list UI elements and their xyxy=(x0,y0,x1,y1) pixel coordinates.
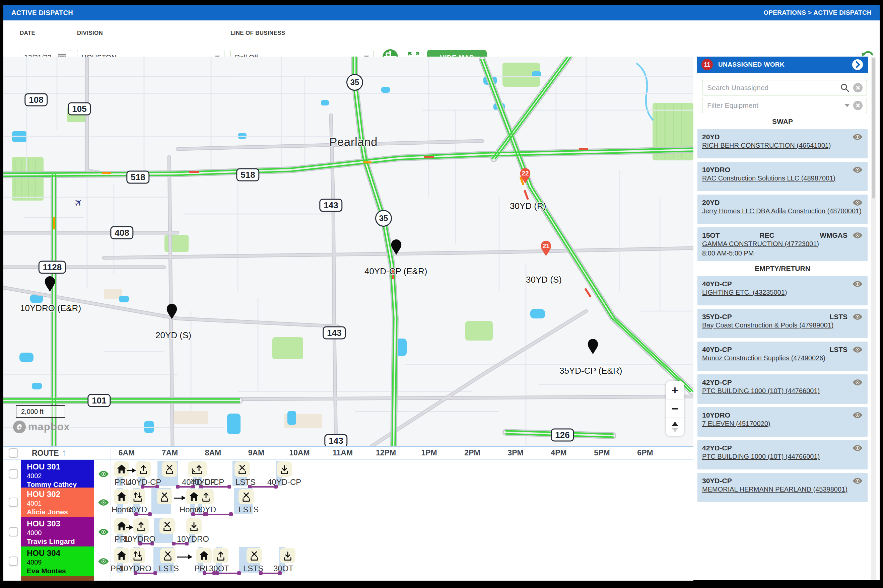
search-icon[interactable] xyxy=(840,83,850,93)
customer-link[interactable]: MEMORIAL HERMANN PEARLAND (45398001) xyxy=(702,486,847,493)
eye-icon[interactable] xyxy=(852,280,863,288)
stop-updown-icon[interactable] xyxy=(130,489,146,504)
dispatch-map[interactable]: ✈ Pearland108105518518353514340811281431… xyxy=(3,57,694,446)
eye-icon[interactable] xyxy=(852,444,863,452)
unassigned-work-card[interactable]: 10YDRO7 ELEVEN (45170020) xyxy=(697,407,868,436)
eye-icon[interactable] xyxy=(852,199,863,206)
eye-icon[interactable] xyxy=(852,166,863,174)
route-color-block[interactable]: HOU 3034000Travis Lingard xyxy=(21,517,94,546)
route-visibility-eye-icon[interactable] xyxy=(98,499,109,506)
route-checkbox[interactable] xyxy=(9,556,18,566)
unassigned-work-card[interactable]: 40YD-CPLIGHTING ETC. (43235001) xyxy=(697,276,868,305)
eye-icon[interactable] xyxy=(852,411,863,419)
route-column-header[interactable]: ROUTE xyxy=(32,449,59,458)
customer-link[interactable]: Munoz Construction Supplies (47490026) xyxy=(702,354,825,362)
time-axis-label: 1PM xyxy=(421,448,437,458)
unassigned-work-card[interactable]: 20YDJerry Homes LLC DBA Adila Constructi… xyxy=(697,195,868,224)
filter-equipment-field[interactable] xyxy=(702,98,867,113)
route-color-block[interactable]: HOU 3024001Alicia Jones xyxy=(21,488,94,517)
clear-search-icon[interactable] xyxy=(853,83,863,92)
route-color-block[interactable]: HOU 3044009Eva Montes xyxy=(21,546,94,576)
customer-link[interactable]: 7 ELEVEN (45170020) xyxy=(702,420,770,427)
sidebar-scrollbar[interactable] xyxy=(871,57,876,580)
stop-updown-icon[interactable] xyxy=(130,548,146,563)
select-all-checkbox[interactable] xyxy=(9,448,18,458)
date-label: DATE xyxy=(20,30,35,36)
unassigned-work-card[interactable]: 42YD-CPPTC BUILDING 1000 (10T) (44766001… xyxy=(697,374,868,404)
stop-up-icon[interactable] xyxy=(136,461,151,477)
unassigned-work-header[interactable]: 11 UNASSIGNED WORK xyxy=(697,57,868,73)
zoom-out-button[interactable]: − xyxy=(666,399,684,418)
unassigned-work-card[interactable]: 30YD-CPMEMORIAL HERMANN PEARLAND (453980… xyxy=(697,473,868,502)
route-visibility-eye-icon[interactable] xyxy=(98,528,109,536)
eye-icon[interactable] xyxy=(852,232,863,239)
route-checkbox[interactable] xyxy=(9,527,18,536)
truck-number: 4009 xyxy=(27,558,94,567)
stop-x-icon[interactable] xyxy=(160,548,176,563)
customer-link[interactable]: Bay Coast Construction & Pools (47989001… xyxy=(702,321,833,329)
pin-count: 21 xyxy=(540,242,552,250)
stop-x-icon[interactable] xyxy=(239,489,254,504)
map-pin[interactable] xyxy=(587,339,599,356)
route-color-block[interactable] xyxy=(21,576,94,580)
stop-x-icon[interactable] xyxy=(157,489,172,504)
eye-icon[interactable] xyxy=(852,346,863,353)
stop-down-icon[interactable] xyxy=(280,548,296,563)
route-visibility-eye-icon[interactable] xyxy=(98,470,109,478)
search-unassigned-input[interactable] xyxy=(706,83,840,92)
map-pin[interactable] xyxy=(390,239,402,256)
zoom-in-button[interactable]: + xyxy=(666,381,684,399)
map-pin[interactable] xyxy=(44,276,56,293)
stop-down-icon[interactable] xyxy=(186,518,202,534)
stop-x-icon[interactable] xyxy=(159,518,175,534)
customer-link[interactable]: PTC BUILDING 1000 (10T) (44766001) xyxy=(702,453,820,460)
clear-filter-icon[interactable] xyxy=(853,101,863,110)
map-pin[interactable] xyxy=(166,303,178,321)
stop-home-icon[interactable] xyxy=(114,461,129,477)
stop-down-icon[interactable] xyxy=(277,461,292,477)
stop-up-icon[interactable] xyxy=(213,548,228,563)
route-checkbox[interactable] xyxy=(9,498,18,507)
eye-icon[interactable] xyxy=(852,313,863,321)
stop-upswap-icon[interactable] xyxy=(188,461,207,477)
stop-up-icon[interactable] xyxy=(198,489,214,504)
stop-home-icon[interactable] xyxy=(196,548,212,563)
customer-link[interactable]: RAC Construction Solutions LLC (48987001… xyxy=(702,174,835,182)
search-unassigned-field[interactable] xyxy=(702,80,867,95)
customer-link[interactable]: GAMMA CONSTRUCTION (47723001) xyxy=(702,240,819,248)
unassigned-work-card[interactable]: 20YDRICH BEHR CONSTRUCTION (46641001) xyxy=(697,129,868,158)
route-color-block[interactable]: HOU 3014002Tommy Cathey xyxy=(21,460,94,488)
unassigned-work-card[interactable]: 42YD-CPPTC BUILDING 1000 (10T) (44766001… xyxy=(697,440,868,470)
stop-x-icon[interactable] xyxy=(234,461,250,477)
unassigned-work-list: SWAP20YDRICH BEHR CONSTRUCTION (46641001… xyxy=(697,116,868,506)
filter-equipment-input[interactable] xyxy=(706,101,844,110)
work-order-pin[interactable]: 22 xyxy=(519,168,531,185)
customer-link[interactable]: Jerry Homes LLC DBA Adila Construction (… xyxy=(702,207,862,214)
unassigned-work-card[interactable]: 35YD-CPLSTSBay Coast Construction & Pool… xyxy=(697,309,868,338)
stop-up-icon[interactable] xyxy=(133,518,149,534)
stop-home-icon[interactable] xyxy=(114,489,129,504)
customer-link[interactable]: LIGHTING ETC. (43235001) xyxy=(702,289,787,296)
truck-number: 4002 xyxy=(27,471,94,480)
pin-count: 22 xyxy=(519,170,531,177)
stop-home-icon[interactable] xyxy=(114,548,129,563)
stop-x-icon[interactable] xyxy=(162,461,177,477)
tilt-control[interactable] xyxy=(666,418,684,436)
unassigned-work-card[interactable]: 40YD-CPLSTSMunoz Construction Supplies (… xyxy=(697,342,868,371)
unassigned-work-card[interactable]: 10YDRORAC Construction Solutions LLC (48… xyxy=(697,162,868,191)
eye-icon[interactable] xyxy=(852,133,863,141)
customer-link[interactable]: RICH BEHR CONSTRUCTION (46641001) xyxy=(702,142,831,149)
unassigned-work-card[interactable]: 15OTRECWMGASGAMMA CONSTRUCTION (47723001… xyxy=(697,227,868,261)
route-checkbox[interactable] xyxy=(9,469,18,478)
collapse-panel-icon[interactable] xyxy=(851,58,863,70)
eye-icon[interactable] xyxy=(852,477,863,484)
division-label: DIVISION xyxy=(77,30,103,36)
eye-icon[interactable] xyxy=(852,379,863,386)
customer-link[interactable]: PTC BUILDING 1000 (10T) (44766001) xyxy=(702,387,820,394)
route-visibility-eye-icon[interactable] xyxy=(98,558,109,565)
sort-ascending-icon[interactable]: ↑ xyxy=(62,447,67,458)
section-title: EMPTY/RETURN xyxy=(697,264,868,273)
work-order-pin[interactable]: 21 xyxy=(540,240,552,258)
stop-home-icon[interactable] xyxy=(114,518,129,534)
stop-x-icon[interactable] xyxy=(246,548,262,563)
